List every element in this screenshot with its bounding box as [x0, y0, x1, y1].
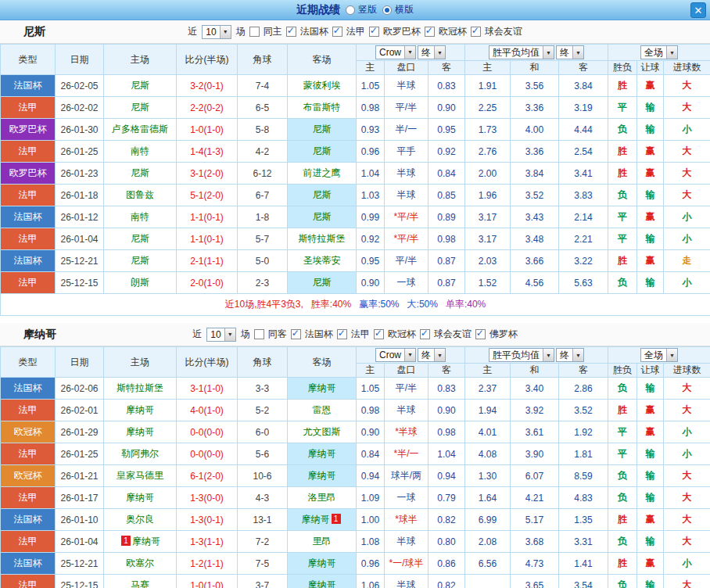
away-team[interactable]: 雷恩 [288, 400, 357, 421]
score[interactable]: 1-0(1-0) [177, 119, 238, 141]
same-venue-checkbox[interactable] [254, 329, 264, 339]
league-type[interactable]: 法甲 [1, 400, 56, 421]
away-team[interactable]: 洛里昂 [288, 487, 357, 509]
league-type[interactable]: 法国杯 [1, 378, 56, 400]
league-type[interactable]: 欧冠杯 [1, 465, 56, 487]
league-type[interactable]: 法甲 [1, 228, 56, 250]
bookmaker-select[interactable]: Crow▼ [375, 45, 416, 59]
home-team[interactable]: 欧塞尔 [104, 553, 177, 575]
league-type[interactable]: 法甲 [1, 97, 56, 119]
home-team[interactable]: 尼斯 [104, 163, 177, 185]
away-team[interactable]: 尼斯 [288, 185, 357, 206]
league-type[interactable]: 欧罗巴杯 [1, 119, 56, 141]
home-team[interactable]: 摩纳哥 [104, 400, 177, 421]
home-team[interactable]: 马赛 [104, 575, 177, 588]
home-team[interactable]: 奥尔良 [104, 509, 177, 531]
score[interactable]: 6-1(2-0) [177, 465, 238, 487]
home-team[interactable]: 尼斯 [104, 75, 177, 97]
away-team[interactable]: 尼斯 [288, 141, 357, 163]
league-checkbox[interactable] [291, 329, 301, 339]
same-venue-checkbox[interactable] [249, 27, 260, 37]
home-team[interactable]: 南特 [104, 141, 177, 163]
score[interactable]: 3-2(0-1) [177, 75, 238, 97]
score[interactable]: 1-3(0-1) [177, 509, 238, 531]
score[interactable]: 5-1(2-0) [177, 185, 238, 206]
league-type[interactable]: 法国杯 [1, 250, 56, 272]
scope-select[interactable]: 全场▼ [640, 45, 678, 59]
score[interactable]: 1-1(0-1) [177, 228, 238, 250]
score[interactable]: 1-3(0-0) [177, 487, 238, 509]
match-count-select[interactable]: 10▼ [202, 25, 231, 39]
league-type[interactable]: 法甲 [1, 575, 56, 588]
away-team[interactable]: 斯特拉斯堡 [288, 228, 357, 250]
score[interactable]: 1-2(1-1) [177, 553, 238, 575]
odds-stage-select[interactable]: 终▼ [418, 45, 446, 59]
match-count-select[interactable]: 10▼ [206, 328, 235, 342]
home-team[interactable]: 尼斯 [104, 97, 177, 119]
score[interactable]: 1-0(1-0) [177, 575, 238, 588]
bookmaker-select[interactable]: Crow▼ [375, 348, 416, 362]
league-checkbox[interactable] [337, 329, 347, 339]
away-team[interactable]: 布雷斯特 [288, 97, 357, 119]
league-checkbox[interactable] [471, 27, 481, 37]
league-type[interactable]: 法甲 [1, 185, 56, 206]
home-team[interactable]: 尼斯 [104, 250, 177, 272]
avg-type-select[interactable]: 胜平负均值▼ [489, 348, 554, 362]
league-type[interactable]: 法国杯 [1, 553, 56, 575]
close-button[interactable]: ✕ [690, 2, 706, 18]
score[interactable]: 1-1(0-1) [177, 206, 238, 228]
avg-type-select[interactable]: 胜平负均值▼ [489, 45, 554, 59]
score[interactable]: 0-0(0-0) [177, 421, 238, 443]
home-team[interactable]: 斯特拉斯堡 [104, 378, 177, 400]
away-team[interactable]: 里昂 [288, 531, 357, 553]
home-team[interactable]: 图鲁兹 [104, 185, 177, 206]
odds-stage-select[interactable]: 终▼ [418, 348, 446, 362]
score[interactable]: 2-0(1-0) [177, 272, 238, 294]
league-type[interactable]: 法甲 [1, 531, 56, 553]
league-checkbox[interactable] [332, 27, 342, 37]
home-team[interactable]: 南特 [104, 206, 177, 228]
league-type[interactable]: 法甲 [1, 487, 56, 509]
away-team[interactable]: 尼斯 [288, 119, 357, 141]
league-checkbox[interactable] [475, 329, 486, 339]
home-team[interactable]: 摩纳哥 [104, 421, 177, 443]
layout-radio-vertical[interactable]: 竖版 [346, 3, 377, 16]
away-team[interactable]: 蒙彼利埃 [288, 75, 357, 97]
home-team[interactable]: 勒阿弗尔 [104, 443, 177, 465]
league-type[interactable]: 法甲 [1, 272, 56, 294]
away-team[interactable]: 尤文图斯 [288, 421, 357, 443]
away-team[interactable]: 摩纳哥1 [288, 509, 357, 531]
home-team[interactable]: 卢多格雷德斯 [104, 119, 177, 141]
away-team[interactable]: 摩纳哥 [288, 575, 357, 588]
league-type[interactable]: 欧冠杯 [1, 421, 56, 443]
league-type[interactable]: 法国杯 [1, 509, 56, 531]
away-team[interactable]: 尼斯 [288, 206, 357, 228]
league-type[interactable]: 法国杯 [1, 206, 56, 228]
away-team[interactable]: 尼斯 [288, 272, 357, 294]
score[interactable]: 1-4(1-3) [177, 141, 238, 163]
league-checkbox[interactable] [420, 329, 430, 339]
league-checkbox[interactable] [369, 27, 379, 37]
score[interactable]: 4-0(1-0) [177, 400, 238, 421]
league-type[interactable]: 法甲 [1, 141, 56, 163]
home-team[interactable]: 朗斯 [104, 272, 177, 294]
scope-select[interactable]: 全场▼ [640, 348, 678, 362]
score[interactable]: 3-1(2-0) [177, 163, 238, 185]
league-type[interactable]: 法甲 [1, 443, 56, 465]
league-checkbox[interactable] [286, 27, 296, 37]
league-type[interactable]: 法国杯 [1, 75, 56, 97]
away-team[interactable]: 前进之鹰 [288, 163, 357, 185]
league-checkbox[interactable] [425, 27, 435, 37]
score[interactable]: 1-3(1-1) [177, 531, 238, 553]
score[interactable]: 0-0(0-0) [177, 443, 238, 465]
score[interactable]: 3-1(1-0) [177, 378, 238, 400]
home-team[interactable]: 摩纳哥 [104, 487, 177, 509]
away-team[interactable]: 摩纳哥 [288, 465, 357, 487]
home-team[interactable]: 尼斯 [104, 228, 177, 250]
league-checkbox[interactable] [374, 329, 384, 339]
away-team[interactable]: 摩纳哥 [288, 553, 357, 575]
league-type[interactable]: 欧罗巴杯 [1, 163, 56, 185]
home-team[interactable]: 皇家马德里 [104, 465, 177, 487]
away-team[interactable]: 摩纳哥 [288, 378, 357, 400]
away-team[interactable]: 摩纳哥 [288, 443, 357, 465]
